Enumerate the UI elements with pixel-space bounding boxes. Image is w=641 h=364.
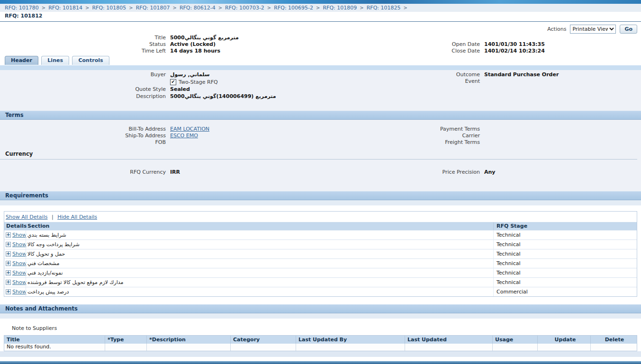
notes-column-header: Last Updated By (296, 336, 405, 344)
carrier-label: Carrier (417, 133, 484, 139)
open-date-value: 1401/01/30 11:43:35 (484, 41, 545, 47)
expand-plus-icon[interactable] (6, 242, 11, 247)
requirements-table: Show All Details | Hide All Details Deta… (4, 211, 637, 297)
notes-table: Title*Type*DescriptionCategoryLast Updat… (4, 335, 637, 351)
show-link[interactable]: Show (12, 270, 27, 276)
show-link[interactable]: Show (12, 251, 27, 257)
show-all-details-link[interactable]: Show All Details (6, 214, 47, 220)
buyer-label: Buyer (0, 71, 170, 78)
breadcrumb-separator: > (129, 5, 133, 10)
section-label: حمل و تحويل كالا (27, 251, 65, 257)
stage-label: Technical (493, 268, 637, 277)
breadcrumb: RFQ: 101780>RFQ: 101814>RFQ: 101805>RFQ:… (0, 4, 641, 12)
section-column-header: Section (27, 222, 493, 230)
breadcrumb-link[interactable]: RFQ: 101805 (92, 5, 126, 11)
section-label: شرايط پرداخت وجه كالا (27, 241, 80, 248)
requirement-row: Showشرايط بسته بنديTechnical (4, 230, 637, 240)
requirements-links-row: Show All Details | Hide All Details (4, 212, 637, 222)
requirement-row: Showشرايط پرداخت وجه كالاTechnical (4, 240, 637, 249)
expand-plus-icon[interactable] (6, 261, 11, 266)
show-link[interactable]: Show (12, 279, 27, 285)
open-date-label: Open Date (417, 41, 484, 47)
ship-to-link[interactable]: ESCO EMO (170, 133, 198, 139)
breadcrumb-separator: > (316, 5, 320, 10)
payment-terms-label: Payment Terms (417, 126, 484, 132)
terms-panel: Bill-To Address EAM LOCATION Ship-To Add… (0, 120, 641, 191)
empty-cell (146, 344, 230, 351)
show-link[interactable]: Show (12, 241, 27, 248)
breadcrumb-link[interactable]: RFQ: 101780 (5, 5, 39, 11)
ship-to-label: Ship-To Address (0, 133, 170, 139)
currency-subheader: Currency (0, 146, 637, 160)
status-label: Status (0, 41, 170, 47)
requirement-row: Showمشخصات فنيTechnical (4, 258, 637, 268)
title-label: Title (0, 35, 170, 41)
breadcrumb-link[interactable]: RFQ: 100695-2 (274, 5, 313, 11)
show-link[interactable]: Show (12, 289, 27, 295)
actions-label: Actions (547, 26, 566, 32)
breadcrumb-link[interactable]: RFQ: 100703-2 (225, 5, 264, 11)
header-tab-panel: Buyer سلماني, رسول Two-Stage RFQ Quote S… (0, 70, 641, 111)
section-label: درصد پيش پرداخت (27, 289, 69, 295)
notes-empty-row: No results found. (4, 344, 637, 351)
empty-cell (537, 344, 590, 351)
expand-plus-icon[interactable] (6, 280, 11, 285)
top-actions-row: Actions Printable View Go (0, 22, 641, 34)
requirements-section-bar: Requirements (0, 191, 641, 200)
stage-label: Commercial (493, 287, 637, 296)
quote-style-label: Quote Style (0, 86, 170, 92)
expand-plus-icon[interactable] (6, 289, 11, 294)
breadcrumb-link[interactable]: RFQ: 101814 (48, 5, 82, 11)
event-label: Event (417, 78, 484, 84)
expand-plus-icon[interactable] (6, 270, 11, 275)
expand-plus-icon[interactable] (6, 232, 11, 238)
stage-label: Technical (493, 240, 637, 249)
breadcrumb-separator: > (403, 5, 407, 10)
requirement-row: Showنمونه/بازديد فنيTechnical (4, 268, 637, 277)
breadcrumb-link[interactable]: RFQ: 80612-4 (180, 5, 216, 11)
empty-cell (590, 344, 636, 351)
breadcrumb-link[interactable]: RFQ: 101809 (323, 5, 357, 11)
tab-header[interactable]: Header (5, 56, 38, 65)
requirement-row: Showحمل و تحويل كالاTechnical (4, 249, 637, 258)
show-link[interactable]: Show (12, 260, 27, 266)
breadcrumb-link[interactable]: RFQ: 101807 (136, 5, 170, 11)
empty-cell (230, 344, 296, 351)
tab-controls[interactable]: Controls (72, 56, 109, 65)
time-left-label: Time Left (0, 48, 170, 54)
hide-all-details-link[interactable]: Hide All Details (57, 214, 97, 220)
price-precision-value: Any (484, 169, 496, 175)
bill-to-link[interactable]: EAM LOCATION (170, 126, 209, 132)
two-stage-checkbox[interactable] (170, 79, 176, 85)
outcome-group: Outcome Standard Purchase Order Event (417, 71, 640, 85)
status-value: Active (Locked) (170, 41, 216, 47)
empty-cell (405, 344, 492, 351)
requirements-header-row: Details Section RFQ Stage (4, 222, 637, 230)
fob-label: FOB (0, 139, 170, 145)
terms-section-bar: Terms (0, 111, 641, 120)
show-link[interactable]: Show (12, 232, 27, 238)
notes-footer-strip (0, 351, 641, 357)
section-label: نمونه/بازديد فني (27, 270, 63, 276)
breadcrumb-separator: > (360, 5, 363, 10)
go-button[interactable]: Go (620, 25, 637, 34)
expand-plus-icon[interactable] (6, 251, 11, 257)
close-date-value: 1401/02/14 10:23:24 (484, 48, 545, 54)
empty-cell (492, 344, 537, 351)
breadcrumb-current: RFQ: 101812 (0, 12, 641, 22)
breadcrumb-separator: > (218, 5, 222, 10)
requirements-substrip (0, 200, 641, 205)
actions-select[interactable]: Printable View (570, 25, 616, 34)
breadcrumb-link[interactable]: RFQ: 101825 (367, 5, 401, 11)
top-brand-bar (0, 0, 641, 4)
stage-label: Technical (493, 249, 637, 258)
requirement-row: Showدرصد پيش پرداختCommercial (4, 287, 637, 296)
notes-section-bar: Notes and Attachments (0, 304, 641, 313)
breadcrumb-separator: > (42, 5, 45, 10)
two-stage-label: Two-Stage RFQ (179, 79, 218, 85)
description-label: Description (0, 93, 170, 99)
rfq-summary: Title مترمربع گوني بنگالي5000 Status Act… (0, 34, 641, 54)
breadcrumb-separator: > (267, 5, 271, 10)
title-value: مترمربع گوني بنگالي5000 (170, 35, 239, 41)
tab-lines[interactable]: Lines (41, 56, 69, 65)
